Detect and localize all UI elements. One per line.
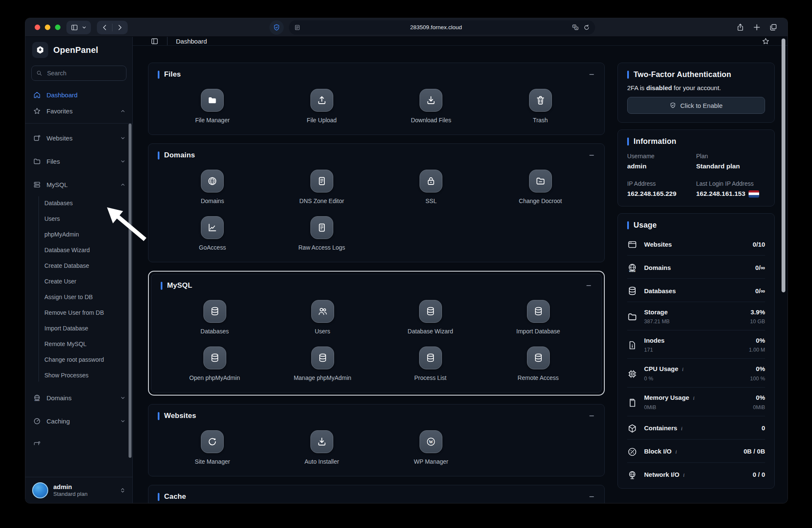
account-switcher[interactable]: admin Standard plan [25,477,132,503]
tool-process-list[interactable]: Process List [376,346,484,381]
chevron-updown-icon[interactable] [120,487,126,494]
close-window-button[interactable] [35,25,40,30]
chevron-down-icon[interactable] [120,418,126,424]
sidebar-item-mysql[interactable]: MySQL [25,175,132,194]
chevron-down-icon[interactable] [120,159,126,164]
database-icon[interactable] [311,346,334,369]
zoom-window-button[interactable] [55,25,60,30]
submenu-item-remote-mysql[interactable]: Remote MySQL [25,336,132,352]
submenu-item-create-user[interactable]: Create User [25,274,132,289]
password-shield-icon[interactable] [269,20,284,35]
tool-users[interactable]: Users [269,300,376,335]
tool-change-docroot[interactable]: Change Docroot [486,170,595,204]
collapse-icon[interactable] [588,493,595,500]
window-scrollbar[interactable] [782,38,785,292]
search-box[interactable] [31,66,126,81]
submenu-item-phpmyadmin[interactable]: phpMyAdmin [25,227,132,242]
globe-icon[interactable] [201,170,224,192]
tool-database-wizard[interactable]: Database Wizard [376,300,484,335]
chevron-up-icon[interactable] [120,182,126,187]
tool-raw-access-logs[interactable]: Raw Access Logs [267,216,377,251]
sidebar-item-dashboard[interactable]: Dashboard [25,87,132,103]
database-icon[interactable] [203,300,226,323]
lock-icon[interactable] [420,170,442,192]
download-icon[interactable] [310,430,333,453]
new-tab-icon[interactable] [753,23,761,31]
trash-icon[interactable] [529,89,552,112]
tabs-overview-icon[interactable] [769,23,777,31]
chevron-up-icon[interactable] [120,108,126,114]
reader-icon[interactable] [294,24,301,31]
database-icon[interactable] [419,300,442,323]
tool-databases[interactable]: Databases [161,300,269,335]
collapse-icon[interactable] [588,412,595,419]
submenu-item-database-wizard[interactable]: Database Wizard [25,242,132,258]
tool-ssl[interactable]: SSL [376,170,486,204]
submenu-item-users[interactable]: Users [25,211,132,227]
tool-auto-installer[interactable]: Auto Installer [267,430,377,465]
refresh-icon[interactable] [201,430,224,453]
tool-download-files[interactable]: Download Files [376,89,486,124]
download-icon[interactable] [420,89,442,112]
chart-icon[interactable] [201,216,224,239]
panel-toggle-icon[interactable] [151,37,159,45]
tool-remote-access[interactable]: Remote Access [484,346,592,381]
collapse-icon[interactable] [585,282,592,289]
minimize-window-button[interactable] [45,25,50,30]
submenu-item-change-root-password[interactable]: Change root password [25,352,132,368]
tool-domains[interactable]: Domains [158,170,267,204]
document-icon[interactable] [310,170,333,192]
sidebar-toggle-group[interactable] [66,21,91,34]
collapse-icon[interactable] [588,71,595,78]
sidebar-scrollbar[interactable] [129,124,132,458]
info-icon[interactable]: i [693,395,694,402]
enable-2fa-button[interactable]: Click to Enable [627,97,765,114]
url-text[interactable]: 283509.fornex.cloud [301,24,572,30]
sidebar-item-domains[interactable]: Domains [25,388,132,407]
tool-dns-zone-editor[interactable]: DNS Zone Editor [267,170,377,204]
submenu-item-assign-user-to-db[interactable]: Assign User to DB [25,289,132,305]
tool-trash[interactable]: Trash [486,89,595,124]
sidebar-item-caching[interactable]: Caching [25,412,132,430]
search-input[interactable] [46,69,121,77]
submenu-item-create-database[interactable]: Create Database [25,258,132,274]
reload-icon[interactable] [583,24,590,31]
tool-wp-manager[interactable]: WP Manager [376,430,486,465]
tool-open-phpmyadmin[interactable]: Open phpMyAdmin [161,346,269,381]
favorite-page-icon[interactable] [762,37,770,45]
chevron-down-icon[interactable] [120,395,126,401]
wordpress-icon[interactable] [420,430,442,453]
database-icon[interactable] [527,300,550,323]
sidebar-item-favorites[interactable]: Favorites [25,103,132,119]
tool-import-database[interactable]: Import Database [484,300,592,335]
info-icon[interactable]: i [682,366,683,373]
database-icon[interactable] [203,346,226,369]
tool-goaccess[interactable]: GoAccess [158,216,267,251]
share-icon[interactable] [736,23,744,31]
chevron-down-icon[interactable] [120,135,126,141]
tool-site-manager[interactable]: Site Manager [158,430,267,465]
database-icon[interactable] [527,346,550,369]
back-icon[interactable] [101,24,109,31]
tool-file-upload[interactable]: File Upload [267,89,377,124]
tool-file-manager[interactable]: File Manager [158,89,267,124]
forward-icon[interactable] [116,24,123,31]
submenu-item-show-processes[interactable]: Show Processes [25,368,132,383]
sidebar-toggle-icon[interactable] [71,24,78,31]
info-icon[interactable]: i [675,449,677,455]
tool-manage-phpmyadmin[interactable]: Manage phpMyAdmin [269,346,376,381]
url-bar[interactable]: 283509.fornex.cloud [289,20,595,35]
sidebar-item-websites[interactable]: Websites [25,129,132,147]
info-icon[interactable]: i [681,426,682,432]
submenu-item-databases[interactable]: Databases [25,195,132,211]
sidebar-item-files[interactable]: Files [25,152,132,170]
folder-icon[interactable] [201,89,224,112]
folder-edit-icon[interactable] [529,170,552,192]
upload-icon[interactable] [310,89,333,112]
translate-icon[interactable] [572,24,579,31]
database-icon[interactable] [419,346,442,369]
chevron-down-icon[interactable] [82,25,87,30]
submenu-item-import-database[interactable]: Import Database [25,321,132,336]
collapse-icon[interactable] [588,152,595,159]
submenu-item-remove-user-from-db[interactable]: Remove User from DB [25,305,132,321]
